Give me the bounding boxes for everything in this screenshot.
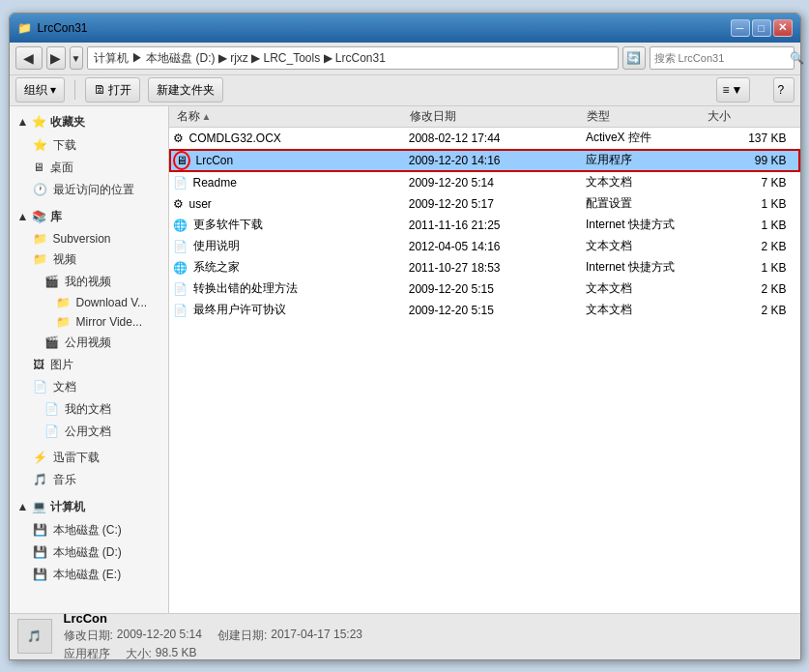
- sidebar-other-section: ⚡ 迅雷下载 🎵 音乐: [10, 447, 168, 491]
- file-name: COMDLG32.OCX: [189, 131, 281, 145]
- public-docs-icon: 📄: [44, 424, 59, 438]
- sidebar-favorites-header[interactable]: ▲ ⭐ 收藏夹: [10, 110, 168, 134]
- open-button[interactable]: 🖺 打开: [85, 77, 140, 102]
- table-row[interactable]: 📄 使用说明 2012-04-05 14:16 文本文档 2 KB: [169, 236, 800, 257]
- download-v-icon: 📁: [56, 296, 71, 309]
- status-icon-glyph: 🎵: [27, 629, 42, 643]
- file-list[interactable]: ⚙ COMDLG32.OCX 2008-02-12 17:44 ActiveX …: [169, 128, 800, 613]
- file-size: 1 KB: [704, 197, 795, 211]
- sidebar-item-drive-d[interactable]: 💾 本地磁盘 (D:): [10, 541, 168, 564]
- breadcrumb[interactable]: 计算机 ▶ 本地磁盘 (D:) ▶ rjxz ▶ LRC_Tools ▶ Lrc…: [87, 46, 619, 70]
- status-file-icon: 🎵: [17, 619, 52, 654]
- col-header-name[interactable]: 名称 ▲: [173, 108, 406, 125]
- sidebar-item-download-v[interactable]: 📁 Download V...: [10, 293, 168, 312]
- search-bar[interactable]: 🔍: [650, 46, 795, 70]
- file-icon: 📄: [173, 304, 188, 317]
- minimize-button[interactable]: ─: [731, 19, 750, 37]
- table-row[interactable]: ⚙ COMDLG32.OCX 2008-02-12 17:44 ActiveX …: [169, 128, 800, 149]
- sidebar-item-recent[interactable]: 🕐 最近访问的位置: [10, 179, 168, 201]
- file-icon: 📄: [173, 176, 188, 190]
- file-type: Internet 快捷方式: [586, 217, 704, 233]
- sidebar-item-video[interactable]: 📁 视频: [10, 248, 168, 271]
- file-size: 2 KB: [704, 282, 795, 296]
- close-button[interactable]: ✕: [773, 19, 793, 37]
- new-folder-label: 新建文件夹: [157, 82, 215, 99]
- sidebar-item-documents[interactable]: 📄 文档: [10, 376, 168, 398]
- sidebar-computer-section: ▲ 💻 计算机 💾 本地磁盘 (C:) 💾 本地磁盘 (D:) 💾 本地磁盘 (…: [10, 495, 168, 586]
- toolbar-separator: [74, 80, 75, 100]
- table-row[interactable]: ⚙ user 2009-12-20 5:17 配置设置 1 KB: [169, 193, 800, 215]
- nav-dropdown-button[interactable]: ▼: [70, 46, 83, 70]
- table-row[interactable]: 📄 Readme 2009-12-20 5:14 文本文档 7 KB: [169, 172, 800, 193]
- pictures-icon: 🖼: [33, 358, 44, 371]
- sidebar-item-public-docs[interactable]: 📄 公用文档: [10, 421, 168, 443]
- file-date: 2009-12-20 5:14: [409, 176, 586, 190]
- music-label: 音乐: [53, 472, 76, 488]
- sidebar-item-my-docs[interactable]: 📄 我的文档: [10, 398, 168, 421]
- maximize-button[interactable]: □: [752, 19, 771, 37]
- subversion-icon: 📁: [33, 232, 47, 246]
- recent-icon: 🕐: [33, 183, 47, 196]
- file-size: 2 KB: [704, 304, 795, 317]
- public-docs-label: 公用文档: [65, 424, 111, 440]
- sidebar-item-my-video[interactable]: 🎬 我的视频: [10, 271, 168, 293]
- sidebar-item-subversion[interactable]: 📁 Subversion: [10, 229, 168, 248]
- drive-c-icon: 💾: [33, 523, 47, 537]
- views-icon: ≡: [723, 83, 730, 97]
- documents-label: 文档: [53, 379, 76, 395]
- video-label: 视频: [53, 251, 76, 268]
- organize-button[interactable]: 组织 ▾: [15, 77, 65, 102]
- table-row[interactable]: 🌐 系统之家 2011-10-27 18:53 Internet 快捷方式 1 …: [169, 257, 800, 278]
- file-date: 2009-12-20 5:15: [409, 304, 586, 317]
- sidebar-item-drive-c[interactable]: 💾 本地磁盘 (C:): [10, 519, 168, 541]
- col-header-date[interactable]: 修改日期: [406, 108, 583, 125]
- thunder-label: 迅雷下载: [53, 450, 100, 466]
- back-button[interactable]: ◀: [15, 46, 43, 70]
- file-type: Internet 快捷方式: [586, 259, 704, 276]
- forward-button[interactable]: ▶: [46, 46, 66, 70]
- organize-label: 组织 ▾: [24, 82, 56, 99]
- public-video-label: 公用视频: [65, 335, 111, 351]
- file-icon: 🌐: [173, 219, 188, 232]
- sidebar-item-pictures[interactable]: 🖼 图片: [10, 354, 168, 376]
- created-label: 创建日期:: [217, 628, 267, 644]
- music-icon: 🎵: [33, 473, 47, 486]
- file-type: 应用程序: [586, 152, 704, 168]
- sidebar-item-music[interactable]: 🎵 音乐: [10, 469, 168, 491]
- status-type: 应用程序: [64, 646, 110, 662]
- help-button[interactable]: ?: [773, 77, 795, 102]
- sidebar-item-desktop[interactable]: 🖥 桌面: [10, 157, 168, 179]
- file-date: 2011-11-16 21:25: [409, 219, 586, 232]
- col-header-type[interactable]: 类型: [583, 108, 704, 125]
- table-row[interactable]: 🖥 LrcCon 2009-12-20 14:16 应用程序 99 KB: [169, 149, 800, 172]
- window-title: LrcCon31: [38, 21, 88, 35]
- favorites-icon: ⭐: [32, 115, 46, 129]
- table-row[interactable]: 🌐 更多软件下载 2011-11-16 21:25 Internet 快捷方式 …: [169, 215, 800, 236]
- drive-d-label: 本地磁盘 (D:): [53, 544, 122, 561]
- col-header-size[interactable]: 大小: [704, 108, 796, 125]
- content-area: ▲ ⭐ 收藏夹 ⭐ 下载 🖥 桌面 🕐 最近访问的位置: [10, 106, 800, 613]
- views-button[interactable]: ≡ ▼: [716, 77, 750, 102]
- new-folder-button[interactable]: 新建文件夹: [148, 77, 223, 102]
- sidebar-item-public-video[interactable]: 🎬 公用视频: [10, 332, 168, 354]
- sidebar-computer-header[interactable]: ▲ 💻 计算机: [10, 495, 168, 519]
- search-input[interactable]: [654, 52, 788, 64]
- file-type: 文本文档: [586, 238, 704, 254]
- title-bar-buttons: ─ □ ✕: [731, 19, 793, 37]
- sidebar-item-thunder[interactable]: ⚡ 迅雷下载: [10, 447, 168, 469]
- table-row[interactable]: 📄 转换出错的处理方法 2009-12-20 5:15 文本文档 2 KB: [169, 278, 800, 300]
- file-size: 99 KB: [704, 154, 795, 167]
- file-name: 转换出错的处理方法: [193, 280, 298, 297]
- subversion-label: Subversion: [53, 232, 111, 246]
- sidebar-item-mirror-v[interactable]: 📁 Mirror Vide...: [10, 312, 168, 332]
- file-type: 配置设置: [586, 195, 704, 212]
- library-icon: 📚: [32, 210, 46, 223]
- file-name: Readme: [193, 176, 237, 190]
- sidebar-item-downloads[interactable]: ⭐ 下载: [10, 134, 168, 157]
- refresh-button[interactable]: 🔄: [622, 46, 646, 70]
- table-row[interactable]: 📄 最终用户许可协议 2009-12-20 5:15 文本文档 2 KB: [169, 300, 800, 321]
- sidebar-library-header[interactable]: ▲ 📚 库: [10, 205, 168, 229]
- file-size: 2 KB: [704, 240, 795, 253]
- status-details: 修改日期: 2009-12-20 5:14 创建日期: 2017-04-17 1…: [64, 628, 363, 644]
- sidebar-item-drive-e[interactable]: 💾 本地磁盘 (E:): [10, 564, 168, 586]
